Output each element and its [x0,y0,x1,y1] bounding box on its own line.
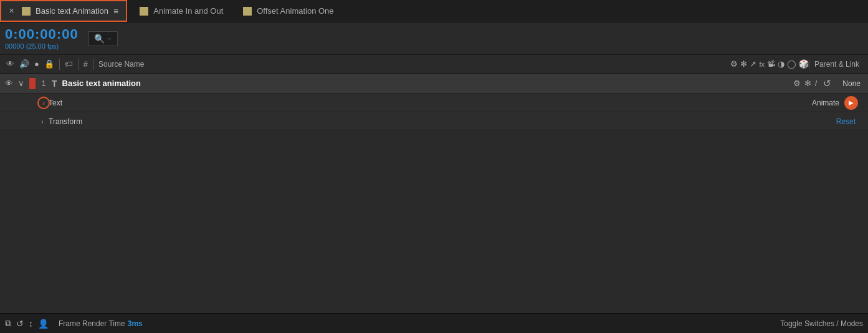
search-icon: 🔍 [94,34,105,44]
layer-eye-icon[interactable]: 👁 [5,79,13,88]
transform-property-label: Transform [49,117,82,126]
layer-expand-arrow[interactable]: ∨ [18,79,24,88]
tab-label-2: Animate In and Out [153,6,223,16]
divider-2 [78,59,79,70]
main-area [0,131,868,333]
text-expand-chevron: › [42,99,45,107]
property-transform-row: › Transform Reset [0,112,868,131]
tab-label: Basic text Animation [36,6,108,16]
property-text-row: › Text Animate ▶ [0,94,868,112]
bottom-icon-user[interactable]: 👤 [38,319,49,329]
divider-1 [59,59,60,70]
circle-half-icon[interactable]: ◑ [778,59,785,69]
layer-ae-icon[interactable]: ⚙ [793,79,801,88]
film-icon[interactable]: 📽 [767,59,775,69]
animate-button[interactable]: ▶ [844,96,858,110]
parent-link-label: Parent & Link [809,60,864,69]
bottom-icon-reset[interactable]: ↺ [16,319,24,329]
tab-color-swatch-3 [243,7,252,16]
render-time-value: 3ms [128,319,143,328]
solo-icon[interactable]: ● [34,59,39,69]
bottom-icon-copy[interactable]: ⧉ [5,318,11,329]
properties-area: › Text Animate ▶ › Transform Reset [0,94,868,131]
transform-expand-arrow[interactable]: › [41,118,44,125]
tab-offset-animation[interactable]: Offset Animation One [236,0,341,22]
text-expand-button[interactable]: › [37,97,50,109]
text-property-label: Text [49,99,62,107]
layer-pen-icon[interactable]: / [815,79,818,88]
tab-color-swatch [22,7,31,16]
tab-label-3: Offset Animation One [257,6,333,16]
toggle-switches-modes-button[interactable]: Toggle Switches / Modes [780,319,863,328]
bottom-bar: ⧉ ↺ ↕ 👤 Frame Render Time 3ms Toggle Swi… [0,313,868,333]
tab-close-icon[interactable]: ✕ [9,7,14,15]
number-icon: # [83,59,88,69]
reset-button[interactable]: Reset [836,117,856,126]
lock-icon[interactable]: 🔒 [44,59,54,69]
ae-icon[interactable]: ⚙ [730,59,738,69]
timecode-sub: 00000 (25.00 fps) [5,42,79,50]
controls-row: 👁 🔊 ● 🔒 🏷 # Source Name ⚙ ✻ ↗ fx 📽 ◑ ◯ 🎲… [0,55,868,74]
search-arrow: → [106,35,112,42]
timecode-row: 0:00:00:00 00000 (25.00 fps) 🔍 → [0,22,868,55]
cube-icon[interactable]: 🎲 [799,59,809,69]
layer-spiral-icon[interactable]: ↺ [823,78,831,89]
layer-none-label[interactable]: None [837,79,866,88]
right-icons: ⚙ ✻ ↗ fx 📽 ◑ ◯ 🎲 [730,59,809,69]
layer-name[interactable]: Basic text animation [60,79,793,88]
circle-icon[interactable]: ◯ [787,59,796,69]
timecode-display[interactable]: 0:00:00:00 00000 (25.00 fps) [5,27,79,49]
layer-star-icon[interactable]: ✻ [804,79,811,88]
tab-color-swatch-2 [140,7,148,16]
tab-basic-text-animation[interactable]: ✕ Basic text Animation ≡ [0,0,127,22]
layer-right-icons: ⚙ ✻ / [793,79,818,88]
animate-play-icon: ▶ [849,99,854,106]
tab-menu-icon[interactable]: ≡ [113,6,118,16]
layer-number: 1 [38,79,49,88]
bottom-icons: ⧉ ↺ ↕ 👤 [5,318,49,329]
fx-icon[interactable]: fx [759,60,765,68]
source-name-label: Source Name [96,60,730,69]
app-window: ✕ Basic text Animation ≡ Animate In and … [0,0,868,333]
eye-icon[interactable]: 👁 [6,59,14,69]
bottom-icon-arrows[interactable]: ↕ [29,319,33,329]
layer-type-icon: T [52,79,57,89]
tab-bar: ✕ Basic text Animation ≡ Animate In and … [0,0,868,22]
render-time-label: Frame Render Time [59,319,125,328]
arrow-icon[interactable]: ↗ [750,59,756,69]
animate-label: Animate [812,99,839,107]
star-icon[interactable]: ✻ [740,59,747,69]
tab-animate-in-out[interactable]: Animate In and Out [132,0,231,22]
search-button[interactable]: 🔍 → [88,31,118,46]
layer-row: 👁 ∨ 1 T Basic text animation ⚙ ✻ / ↺ Non… [0,74,868,94]
divider-3 [93,59,93,70]
timecode-main[interactable]: 0:00:00:00 [5,27,79,42]
audio-icon[interactable]: 🔊 [19,59,29,69]
label-icon[interactable]: 🏷 [65,59,73,69]
layer-color-swatch [29,78,36,89]
